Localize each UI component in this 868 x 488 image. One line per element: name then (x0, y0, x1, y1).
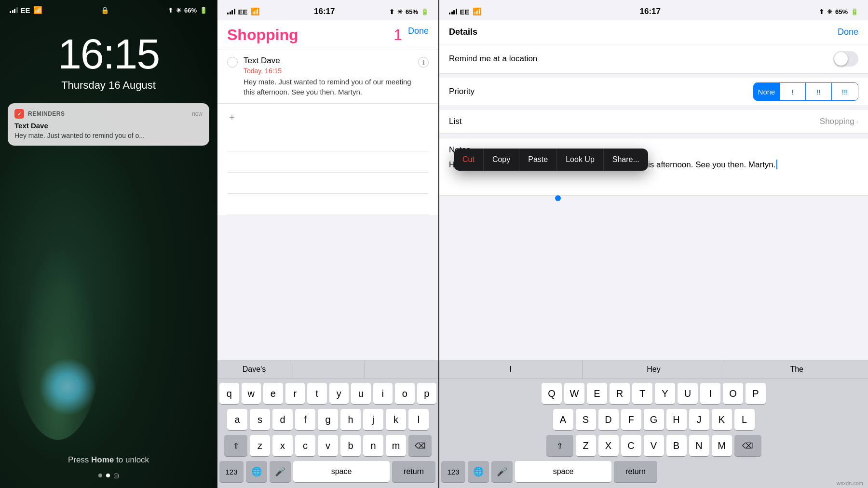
det-key-123[interactable]: 123 (441, 461, 465, 482)
key-h[interactable]: h (340, 409, 361, 430)
det-key-s[interactable]: S (576, 409, 596, 430)
det-key-p[interactable]: P (746, 383, 766, 404)
key-m[interactable]: m (386, 435, 406, 456)
det-key-b[interactable]: B (666, 435, 687, 456)
key-r[interactable]: r (285, 383, 305, 404)
det-key-d[interactable]: D (598, 409, 619, 430)
lockscreen-date: Thursday 16 August (0, 79, 217, 92)
key-g[interactable]: g (318, 409, 338, 430)
det-key-j[interactable]: J (689, 409, 709, 430)
det-key-h[interactable]: H (666, 409, 687, 430)
key-l[interactable]: l (408, 409, 429, 430)
priority-btn-high[interactable]: !!! (832, 83, 858, 100)
selection-handle-bottom[interactable] (555, 195, 561, 201)
det-key-n[interactable]: N (689, 435, 709, 456)
det-key-shift[interactable]: ⇧ (546, 435, 573, 456)
det-key-c[interactable]: C (621, 435, 641, 456)
det-key-e[interactable]: E (587, 383, 607, 404)
det-key-backspace[interactable]: ⌫ (734, 435, 761, 456)
det-key-w[interactable]: W (564, 383, 584, 404)
key-t[interactable]: t (307, 383, 327, 404)
det-key-k[interactable]: K (712, 409, 732, 430)
suggestion-0[interactable]: Dave's (217, 360, 291, 379)
lockscreen-notification[interactable]: ✓ REMINDERS now Text Dave Hey mate. Just… (8, 103, 209, 146)
key-w[interactable]: w (242, 383, 261, 404)
context-menu[interactable]: Cut Copy Paste Look Up Share... (454, 149, 648, 171)
det-key-l[interactable]: L (734, 409, 755, 430)
priority-btn-low[interactable]: ! (780, 83, 806, 100)
det-key-g[interactable]: G (644, 409, 664, 430)
key-z[interactable]: z (250, 435, 270, 456)
det-key-r[interactable]: R (610, 383, 630, 404)
key-d[interactable]: d (272, 409, 293, 430)
det-key-m[interactable]: M (712, 435, 732, 456)
location-toggle[interactable] (833, 51, 858, 67)
key-a[interactable]: a (227, 409, 247, 430)
det-key-i[interactable]: I (700, 383, 720, 404)
key-f[interactable]: f (295, 409, 315, 430)
priority-btn-none[interactable]: None (754, 83, 780, 100)
det-key-mic[interactable]: 🎤 (491, 461, 513, 482)
key-b[interactable]: b (340, 435, 361, 456)
key-q[interactable]: q (219, 383, 239, 404)
det-key-t[interactable]: T (632, 383, 652, 404)
key-shift[interactable]: ⇧ (224, 435, 247, 456)
key-u[interactable]: u (351, 383, 371, 404)
key-o[interactable]: o (395, 383, 415, 404)
ctx-share[interactable]: Share... (604, 149, 648, 171)
det-suggestion-0[interactable]: I (439, 360, 583, 379)
det-status-right: ⬆ ✳ 65% 🔋 (819, 8, 858, 15)
reminder-checkbox[interactable] (227, 57, 238, 68)
key-i[interactable]: i (373, 383, 393, 404)
det-key-u[interactable]: U (678, 383, 698, 404)
det-suggestion-1[interactable]: Hey (583, 360, 726, 379)
reminder-item[interactable]: Text Dave Today, 16:15 Hey mate. Just wa… (217, 50, 438, 103)
ctx-lookup[interactable]: Look Up (557, 149, 604, 171)
signal-icon (10, 7, 18, 13)
dot-camera: ⬛ (114, 474, 119, 478)
det-key-y[interactable]: Y (655, 383, 675, 404)
key-y[interactable]: y (329, 383, 349, 404)
ctx-paste[interactable]: Paste (519, 149, 557, 171)
ctx-copy[interactable]: Copy (484, 149, 519, 171)
key-space[interactable]: space (293, 461, 390, 482)
det-key-a[interactable]: A (553, 409, 573, 430)
key-c[interactable]: c (295, 435, 315, 456)
key-p[interactable]: p (417, 383, 437, 404)
details-done-button[interactable]: Done (838, 27, 858, 37)
key-v[interactable]: v (318, 435, 338, 456)
det-key-z[interactable]: Z (576, 435, 596, 456)
key-n[interactable]: n (363, 435, 383, 456)
key-k[interactable]: k (386, 409, 406, 430)
key-j[interactable]: j (363, 409, 383, 430)
det-key-globe[interactable]: 🌐 (468, 461, 489, 482)
key-123[interactable]: 123 (219, 461, 244, 482)
det-key-return[interactable]: return (614, 461, 657, 482)
suggestion-1[interactable] (291, 360, 365, 379)
list-row[interactable]: List Shopping › (439, 110, 868, 134)
key-backspace[interactable]: ⌫ (408, 435, 432, 456)
det-key-q[interactable]: Q (542, 383, 562, 404)
det-status-time: 16:17 (640, 7, 661, 16)
priority-label: Priority (449, 87, 475, 96)
ls-battery: 66% (184, 7, 197, 14)
ctx-cut[interactable]: Cut (454, 149, 484, 171)
key-globe[interactable]: 🌐 (246, 461, 267, 482)
priority-btn-medium[interactable]: !! (806, 83, 832, 100)
suggestion-2[interactable] (365, 360, 438, 379)
key-e[interactable]: e (263, 383, 283, 404)
det-wifi: 📶 (473, 7, 482, 16)
det-key-f[interactable]: F (621, 409, 641, 430)
det-key-v[interactable]: V (644, 435, 664, 456)
key-mic[interactable]: 🎤 (270, 461, 291, 482)
key-return[interactable]: return (392, 461, 435, 482)
key-x[interactable]: x (272, 435, 293, 456)
add-reminder-row[interactable]: ＋ (217, 104, 438, 130)
det-suggestion-2[interactable]: The (725, 360, 868, 379)
reminder-info-button[interactable]: ℹ (418, 57, 429, 68)
reminders-done-button[interactable]: Done (408, 26, 429, 36)
det-key-o[interactable]: O (723, 383, 743, 404)
key-s[interactable]: s (250, 409, 270, 430)
det-key-space[interactable]: space (515, 461, 611, 482)
det-key-x[interactable]: X (598, 435, 619, 456)
